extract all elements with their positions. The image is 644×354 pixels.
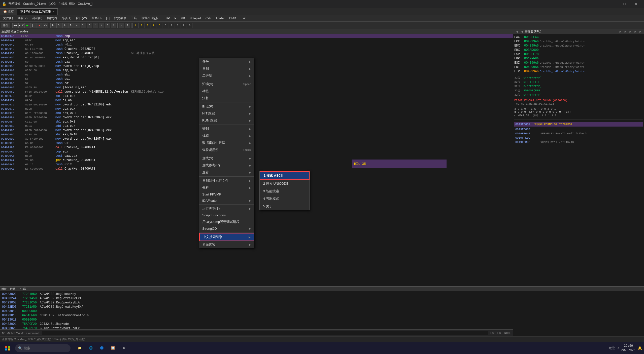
disasm-row-23[interactable]: 00409995 . C1E8 10 shr eax,0x10 xyxy=(0,132,513,137)
step9-btn[interactable]: k xyxy=(99,23,104,28)
taskbar-browser[interactable]: 🌐 xyxy=(86,344,96,353)
menu-window[interactable]: 窗口(W) xyxy=(74,16,89,21)
menu-api[interactable]: 设置API断点… xyxy=(139,16,163,21)
num0-btn[interactable]: 0 xyxy=(187,23,192,28)
ctx-ui-options[interactable]: 界面选项 xyxy=(199,241,254,248)
disasm-row-9[interactable]: 00409966 . 53 push ebx xyxy=(0,72,513,77)
ctx-call-ref[interactable]: 查看调用例 Ctrl+K xyxy=(199,146,254,153)
menu-view[interactable]: 查看(V) xyxy=(15,16,29,21)
step6-btn[interactable]: h↓ xyxy=(81,23,86,28)
run-button[interactable]: ▶ xyxy=(24,23,30,28)
disasm-row-4[interactable]: 00409950 . 68 10D04000 push CrackMe_.004… xyxy=(0,51,513,55)
ctx-ollydump[interactable]: 用OllyDump脱壳调试进程 xyxy=(199,218,254,225)
dump-row-0[interactable]: 00423000772E1B50ADVAPI32.RegCloseKey xyxy=(1,292,643,296)
taskbar-clock[interactable]: 22:59 2023/6/1 xyxy=(621,344,636,352)
menu-vb[interactable]: VB xyxy=(179,16,187,21)
disasm-row-22[interactable]: 0040998F . 890D F8204300 mov dword ptr d… xyxy=(0,128,513,132)
ctx-view[interactable]: 查看 xyxy=(199,169,254,176)
submenu-about[interactable]: 5 关于 xyxy=(260,203,310,210)
command-input[interactable] xyxy=(42,331,488,335)
back-button[interactable]: ◄◄ xyxy=(12,23,18,28)
ctx-hit-trace[interactable]: HIT 跟踪 xyxy=(199,110,254,117)
ctx-strongod[interactable]: StrongOD xyxy=(199,225,254,232)
ctx-comment[interactable]: 注释 : xyxy=(199,95,254,102)
regs-nav-right-2[interactable]: ► xyxy=(623,30,627,33)
menu-folder[interactable]: Folder xyxy=(214,16,227,21)
menu-help[interactable]: 帮助(H) xyxy=(89,16,104,21)
dump-row-6[interactable]: 0042301800000000 xyxy=(1,318,643,322)
step10-btn[interactable]: b xyxy=(105,23,110,28)
ctx-copy[interactable]: 复制 xyxy=(199,65,254,72)
disasm-row-19[interactable]: 00409984 . 890D FC204300 mov dword ptr d… xyxy=(0,115,513,120)
menu-p[interactable]: P xyxy=(172,16,178,21)
tab-close-button[interactable]: ✕ xyxy=(52,10,54,13)
menu-shortcuts[interactable]: 快捷菜单 xyxy=(112,16,128,21)
ctx-backup[interactable]: 备份 xyxy=(199,58,254,65)
reg-ecx-val[interactable]: 004099A6 xyxy=(524,40,539,43)
disasm-row-10[interactable]: 00409967 . 56 push esi xyxy=(0,77,513,81)
regs-nav-right-4[interactable]: ► xyxy=(633,30,637,33)
num7-btn[interactable]: 7 xyxy=(169,23,174,28)
step5-btn[interactable]: w↓ xyxy=(75,23,80,28)
disasm-row-7[interactable]: 0040995C . 64:8925 0000 mov dword ptr fs… xyxy=(0,64,513,68)
taskbar-windows-store[interactable]: 🪟 xyxy=(108,344,118,353)
disasm-row-8[interactable]: 00409963 . 83EC 58 sub esp,0x58 xyxy=(0,68,513,72)
start-button[interactable] xyxy=(2,344,13,353)
ctx-run-trace[interactable]: RUN 跟踪 xyxy=(199,117,254,124)
reg-eax-val[interactable]: 0019FFCC xyxy=(524,35,539,39)
menu-calc[interactable]: Calc xyxy=(204,16,214,21)
num2-btn[interactable]: 2 xyxy=(139,23,144,28)
ctx-binary[interactable]: 二进制 xyxy=(199,72,254,79)
ctx-label[interactable]: 标签 : xyxy=(199,88,254,95)
dump-row-5[interactable]: 004230186A51EF60COMCTL32.InitCommonContr… xyxy=(1,313,643,318)
step1-btn[interactable]: 1↓ xyxy=(50,23,56,28)
ctx-start-fkvmp[interactable]: Start FKVMP xyxy=(199,191,254,198)
submenu-force[interactable]: 4 强制模式 xyxy=(260,195,310,203)
submenu-ascii[interactable]: 1 搜索 ASCII xyxy=(260,171,310,180)
menu-cmd[interactable]: CMD xyxy=(227,16,238,21)
reg-edi-val[interactable]: 004099A6 xyxy=(524,65,539,69)
regs-nav-left-2[interactable]: ◄ xyxy=(520,30,524,33)
icon1[interactable]: ⊞ xyxy=(119,23,124,28)
regs-nav-right-3[interactable]: ► xyxy=(628,30,632,33)
regs-nav-left-1[interactable]: ◄ xyxy=(515,30,519,33)
reg-edx-val[interactable]: 004099A6 xyxy=(524,44,539,48)
close-button[interactable]: ✕ xyxy=(630,0,642,8)
step11-btn[interactable]: r xyxy=(111,23,116,28)
ctx-goto[interactable]: 砖到 xyxy=(199,125,254,132)
record-button[interactable]: ● xyxy=(37,23,42,28)
menu-file[interactable]: 文件(F) xyxy=(1,16,15,21)
disasm-row-24[interactable]: 00409998 . A3 F4204300 mov dword ptr ds:… xyxy=(0,137,513,141)
prev-button[interactable]: ◄ X xyxy=(18,23,24,28)
ctx-run-script[interactable]: 运行脚本(S) xyxy=(199,205,254,212)
step2-btn[interactable]: e↓ xyxy=(56,23,62,28)
ctx-find[interactable]: 查找(S) xyxy=(199,155,254,162)
menu-options[interactable]: 选项(T) xyxy=(59,16,73,21)
disasm-row-3[interactable]: 0040994B . 68 F8574200 push CrackMe_.004… xyxy=(0,47,513,51)
submenu-smart[interactable]: 3 智能搜索 xyxy=(260,187,310,195)
ctx-thread[interactable]: 线程 xyxy=(199,132,254,139)
menu-exit[interactable]: Exit xyxy=(239,16,248,21)
num5-btn[interactable]: 5 xyxy=(157,23,162,28)
disasm-row-20[interactable]: 0040998A . C1E1 08 shl ecx,0x8 xyxy=(0,120,513,124)
disasm-row-26[interactable]: 0040999F . E8 06360000 call CrackMe_.004… xyxy=(0,145,513,149)
stop-button[interactable]: 停留 xyxy=(1,23,10,28)
menu-bp[interactable]: BP xyxy=(164,16,172,21)
num3-btn[interactable]: 3 xyxy=(145,23,150,28)
pause-button[interactable]: || xyxy=(30,23,36,28)
tab-home[interactable]: 🏠 主页 xyxy=(0,8,17,15)
disasm-row-25[interactable]: 0040999D . 6A 01 push 0x1 xyxy=(0,141,513,145)
tab-main[interactable]: 家2-Windows11的克服 ✕ xyxy=(17,8,58,15)
taskbar-chevron[interactable]: ∧ xyxy=(617,346,619,350)
disasm-row-0[interactable]: 00409946 ►$ 55 push ebp xyxy=(0,34,513,38)
num8-btn[interactable]: 8 xyxy=(175,23,180,28)
step7-btn[interactable]: c xyxy=(87,23,92,28)
disasm-row-18[interactable]: 0040997E . 81E1 FF000000 and ecx,0xFF xyxy=(0,111,513,115)
disasm-row-21[interactable]: 0040998D . 03CA add ecx,edx xyxy=(0,124,513,128)
ctx-copy-exec[interactable]: 复制到可执行文件 xyxy=(199,177,254,184)
dump-row-7[interactable]: 0042300175AFCF20GDI32.SetMapMode xyxy=(1,322,643,326)
submenu-unicode[interactable]: 2 搜索 UNICODE xyxy=(260,180,310,187)
menu-notepad[interactable]: Notepad xyxy=(187,16,203,21)
step3-btn[interactable]: l↓ xyxy=(62,23,68,28)
menu-plus[interactable]: [+] xyxy=(104,16,112,21)
